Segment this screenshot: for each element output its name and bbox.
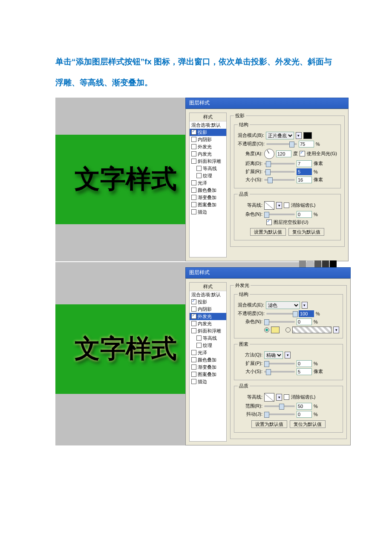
angle-input[interactable]: [276, 150, 291, 157]
blend-mode-select[interactable]: 正片叠底: [266, 132, 294, 139]
style-item[interactable]: 光泽: [190, 179, 226, 187]
style-checkbox[interactable]: [191, 299, 196, 304]
style-item[interactable]: 光泽: [190, 349, 226, 356]
style-checkbox[interactable]: [196, 166, 202, 171]
style-item[interactable]: 颜色叠加: [190, 187, 226, 194]
range-input[interactable]: [297, 403, 312, 410]
global-light-checkbox[interactable]: [300, 151, 305, 156]
shadow-color-swatch[interactable]: [303, 132, 312, 139]
style-checkbox[interactable]: [191, 328, 196, 333]
reset-default-button-2[interactable]: 复位为默认值: [290, 420, 326, 428]
glow-color-radio[interactable]: [264, 327, 269, 332]
size-slider[interactable]: [264, 179, 295, 181]
set-default-button[interactable]: 设置为默认值: [250, 228, 286, 236]
tool-icon[interactable]: [299, 260, 306, 267]
jitter-input[interactable]: [297, 411, 312, 418]
antialias-checkbox[interactable]: [284, 202, 289, 208]
size-input-2[interactable]: [297, 368, 312, 375]
style-item[interactable]: 渐变叠加: [190, 364, 226, 371]
style-item[interactable]: 混合选项:默认: [190, 291, 226, 298]
style-checkbox[interactable]: [191, 321, 196, 326]
style-item[interactable]: 描边: [190, 378, 226, 385]
glow-color-swatch[interactable]: [271, 327, 280, 333]
style-item[interactable]: 投影: [190, 129, 226, 136]
tool-icon[interactable]: [330, 260, 337, 267]
style-checkbox[interactable]: [196, 335, 202, 341]
style-item[interactable]: 内阴影: [190, 136, 226, 143]
contour-picker-2[interactable]: [264, 393, 274, 402]
opacity-slider[interactable]: [266, 143, 297, 145]
style-checkbox[interactable]: [191, 314, 196, 319]
style-checkbox[interactable]: [191, 379, 196, 384]
method-select[interactable]: 精确: [264, 351, 283, 359]
spread-input-2[interactable]: [297, 360, 312, 367]
contour-dropdown-icon[interactable]: ▾: [276, 202, 282, 209]
gradient-dropdown-icon[interactable]: ▾: [333, 327, 339, 333]
spread-slider-2[interactable]: [264, 363, 295, 364]
style-item[interactable]: 内发光: [190, 150, 226, 158]
tool-icon[interactable]: [314, 260, 321, 267]
style-item[interactable]: 渐变叠加: [190, 194, 226, 201]
style-checkbox[interactable]: [191, 364, 196, 370]
noise-slider[interactable]: [264, 214, 295, 215]
style-item[interactable]: 纹理: [190, 172, 226, 179]
angle-dial[interactable]: [264, 149, 274, 159]
style-item[interactable]: 外发光: [190, 313, 226, 320]
method-dropdown-icon[interactable]: ▾: [285, 352, 291, 358]
style-checkbox[interactable]: [191, 195, 196, 200]
antialias-checkbox-2[interactable]: [284, 394, 289, 400]
style-item[interactable]: 图案叠加: [190, 371, 226, 378]
contour-dropdown-icon-2[interactable]: ▾: [276, 394, 282, 401]
style-checkbox[interactable]: [191, 130, 196, 135]
blend-mode-select-2[interactable]: 滤色: [266, 301, 300, 309]
style-checkbox[interactable]: [191, 350, 196, 355]
tool-icon[interactable]: [322, 260, 329, 267]
style-checkbox[interactable]: [191, 357, 196, 362]
style-checkbox[interactable]: [191, 209, 196, 214]
style-checkbox[interactable]: [191, 144, 196, 149]
style-checkbox[interactable]: [196, 173, 202, 178]
noise-input-2[interactable]: [297, 318, 312, 325]
spread-input[interactable]: [297, 168, 312, 175]
knockout-checkbox[interactable]: [266, 220, 272, 225]
style-item[interactable]: 外发光: [190, 143, 226, 150]
noise-input[interactable]: [297, 211, 312, 218]
tool-icon[interactable]: [307, 260, 314, 267]
glow-gradient-picker[interactable]: [292, 327, 331, 333]
jitter-slider[interactable]: [264, 413, 295, 415]
opacity-input[interactable]: [299, 141, 314, 147]
style-checkbox[interactable]: [191, 306, 196, 312]
blend-dropdown-icon[interactable]: ▾: [296, 132, 302, 139]
set-default-button-2[interactable]: 设置为默认值: [251, 420, 287, 428]
reset-default-button[interactable]: 复位为默认值: [288, 228, 324, 236]
style-checkbox[interactable]: [191, 202, 196, 207]
style-checkbox[interactable]: [191, 159, 196, 164]
noise-slider-2[interactable]: [264, 321, 295, 323]
style-item[interactable]: 颜色叠加: [190, 356, 226, 364]
contour-picker[interactable]: [264, 201, 274, 210]
style-item[interactable]: 内发光: [190, 320, 226, 327]
style-item[interactable]: 描边: [190, 208, 226, 216]
style-checkbox[interactable]: [191, 188, 196, 193]
style-item[interactable]: 图案叠加: [190, 201, 226, 208]
style-item[interactable]: 投影: [190, 298, 226, 306]
size-input[interactable]: [297, 176, 312, 183]
style-item[interactable]: 等高线: [190, 165, 226, 172]
style-checkbox[interactable]: [191, 137, 196, 142]
style-checkbox[interactable]: [191, 180, 196, 185]
glow-gradient-radio[interactable]: [285, 327, 291, 332]
style-item[interactable]: 斜面和浮雕: [190, 327, 226, 335]
style-checkbox[interactable]: [196, 343, 202, 348]
style-item[interactable]: 混合选项:默认: [190, 121, 226, 129]
spread-slider[interactable]: [264, 171, 295, 173]
distance-input[interactable]: [297, 160, 312, 167]
blend-dropdown-icon-2[interactable]: ▾: [302, 302, 308, 309]
style-item[interactable]: 斜面和浮雕: [190, 158, 226, 165]
size-slider-2[interactable]: [264, 371, 295, 373]
distance-slider[interactable]: [264, 163, 295, 165]
opacity-input-2[interactable]: [299, 310, 314, 317]
style-item[interactable]: 内阴影: [190, 306, 226, 313]
range-slider[interactable]: [264, 405, 295, 407]
opacity-slider-2[interactable]: [266, 313, 297, 315]
style-checkbox[interactable]: [191, 151, 196, 156]
